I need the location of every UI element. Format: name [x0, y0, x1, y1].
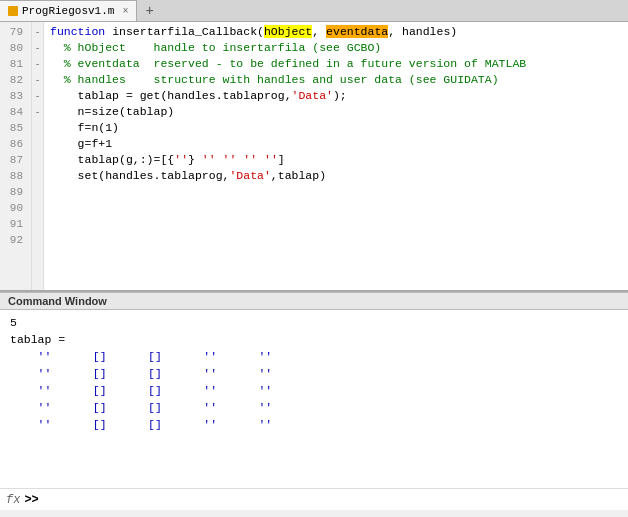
line-numbers: 7980818283848586878889909192 — [0, 22, 32, 290]
cmd-output-line: '' [] [] '' '' — [10, 382, 618, 399]
line-number: 88 — [4, 168, 27, 184]
line-number: 85 — [4, 120, 27, 136]
cmd-output-line: '' [] [] '' '' — [10, 416, 618, 433]
line-dash: - — [34, 56, 41, 72]
cmd-output-line: 5 — [10, 314, 618, 331]
tab-filename: ProgRiegosv1.m — [22, 5, 114, 17]
cmd-output-line: tablap = — [10, 331, 618, 348]
line-number: 83 — [4, 88, 27, 104]
file-icon — [8, 6, 18, 16]
code-line: set(handles.tablaprog,'Data',tablap) — [50, 168, 628, 184]
line-number: 90 — [4, 200, 27, 216]
code-line: tablap(g,:)=[{''} '' '' '' ''] — [50, 152, 628, 168]
code-line: % eventdata reserved - to be defined in … — [50, 56, 628, 72]
code-line: f=n(1) — [50, 120, 628, 136]
line-number: 81 — [4, 56, 27, 72]
prompt-symbol: >> — [24, 493, 38, 507]
command-window-title: Command Window — [0, 292, 628, 310]
line-dash: - — [34, 24, 41, 40]
command-window: Command Window 5tablap = '' [] [] '' '' … — [0, 292, 628, 510]
code-line: n=size(tablap) — [50, 104, 628, 120]
code-line: % handles structure with handles and use… — [50, 72, 628, 88]
tab-bar: ProgRiegosv1.m × + — [0, 0, 628, 22]
new-tab-button[interactable]: + — [137, 0, 161, 21]
cmd-output-line: '' [] [] '' '' — [10, 365, 618, 382]
line-number: 92 — [4, 232, 27, 248]
command-output: 5tablap = '' [] [] '' '' '' [] [] '' '' … — [0, 310, 628, 488]
line-number: 84 — [4, 104, 27, 120]
line-dash: - — [34, 88, 41, 104]
line-dash: - — [34, 104, 41, 120]
line-number: 80 — [4, 40, 27, 56]
line-number: 79 — [4, 24, 27, 40]
cmd-output-line: '' [] [] '' '' — [10, 399, 618, 416]
code-line: tablap = get(handles.tablaprog,'Data'); — [50, 88, 628, 104]
tab-close-button[interactable]: × — [122, 6, 128, 17]
code-editor: 7980818283848586878889909192 ----- - fun… — [0, 22, 628, 292]
command-prompt[interactable]: fx >> — [0, 488, 628, 510]
line-number: 91 — [4, 216, 27, 232]
code-line: function insertarfila_Callback(hObject, … — [50, 24, 628, 40]
cmd-output-line: '' [] [] '' '' — [10, 348, 618, 365]
line-number: 87 — [4, 152, 27, 168]
line-number: 89 — [4, 184, 27, 200]
line-number: 86 — [4, 136, 27, 152]
line-dash: - — [34, 72, 41, 88]
dash-column: ----- - — [32, 22, 44, 290]
code-content[interactable]: function insertarfila_Callback(hObject, … — [44, 22, 628, 290]
line-dash: - — [34, 40, 41, 56]
code-area: 7980818283848586878889909192 ----- - fun… — [0, 22, 628, 290]
editor-tab[interactable]: ProgRiegosv1.m × — [0, 0, 137, 21]
code-line: g=f+1 — [50, 136, 628, 152]
fx-label: fx — [6, 493, 20, 507]
code-line: % hObject handle to insertarfila (see GC… — [50, 40, 628, 56]
line-number: 82 — [4, 72, 27, 88]
